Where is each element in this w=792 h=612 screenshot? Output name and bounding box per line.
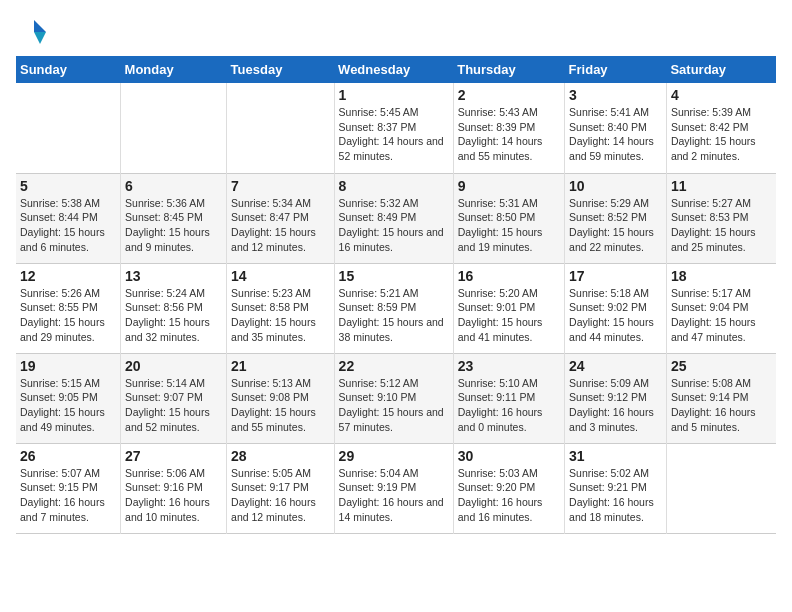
calendar-cell bbox=[121, 83, 227, 173]
day-info: Sunrise: 5:31 AM Sunset: 8:50 PM Dayligh… bbox=[458, 196, 560, 255]
calendar-table: SundayMondayTuesdayWednesdayThursdayFrid… bbox=[16, 56, 776, 534]
calendar-cell: 23Sunrise: 5:10 AM Sunset: 9:11 PM Dayli… bbox=[453, 353, 564, 443]
calendar-week-row: 5Sunrise: 5:38 AM Sunset: 8:44 PM Daylig… bbox=[16, 173, 776, 263]
day-number: 21 bbox=[231, 358, 330, 374]
day-info: Sunrise: 5:08 AM Sunset: 9:14 PM Dayligh… bbox=[671, 376, 772, 435]
calendar-header-row: SundayMondayTuesdayWednesdayThursdayFrid… bbox=[16, 56, 776, 83]
day-info: Sunrise: 5:27 AM Sunset: 8:53 PM Dayligh… bbox=[671, 196, 772, 255]
day-info: Sunrise: 5:07 AM Sunset: 9:15 PM Dayligh… bbox=[20, 466, 116, 525]
header-tuesday: Tuesday bbox=[227, 56, 335, 83]
day-info: Sunrise: 5:32 AM Sunset: 8:49 PM Dayligh… bbox=[339, 196, 449, 255]
day-number: 10 bbox=[569, 178, 662, 194]
calendar-cell bbox=[227, 83, 335, 173]
day-number: 5 bbox=[20, 178, 116, 194]
day-number: 12 bbox=[20, 268, 116, 284]
day-info: Sunrise: 5:36 AM Sunset: 8:45 PM Dayligh… bbox=[125, 196, 222, 255]
day-info: Sunrise: 5:45 AM Sunset: 8:37 PM Dayligh… bbox=[339, 105, 449, 164]
calendar-cell: 14Sunrise: 5:23 AM Sunset: 8:58 PM Dayli… bbox=[227, 263, 335, 353]
calendar-cell: 25Sunrise: 5:08 AM Sunset: 9:14 PM Dayli… bbox=[666, 353, 776, 443]
day-info: Sunrise: 5:12 AM Sunset: 9:10 PM Dayligh… bbox=[339, 376, 449, 435]
header-sunday: Sunday bbox=[16, 56, 121, 83]
calendar-cell: 7Sunrise: 5:34 AM Sunset: 8:47 PM Daylig… bbox=[227, 173, 335, 263]
day-info: Sunrise: 5:34 AM Sunset: 8:47 PM Dayligh… bbox=[231, 196, 330, 255]
svg-marker-1 bbox=[34, 32, 46, 44]
day-number: 17 bbox=[569, 268, 662, 284]
day-number: 25 bbox=[671, 358, 772, 374]
calendar-cell: 19Sunrise: 5:15 AM Sunset: 9:05 PM Dayli… bbox=[16, 353, 121, 443]
day-number: 4 bbox=[671, 87, 772, 103]
day-info: Sunrise: 5:20 AM Sunset: 9:01 PM Dayligh… bbox=[458, 286, 560, 345]
logo bbox=[16, 16, 52, 48]
day-info: Sunrise: 5:29 AM Sunset: 8:52 PM Dayligh… bbox=[569, 196, 662, 255]
day-info: Sunrise: 5:09 AM Sunset: 9:12 PM Dayligh… bbox=[569, 376, 662, 435]
calendar-cell: 20Sunrise: 5:14 AM Sunset: 9:07 PM Dayli… bbox=[121, 353, 227, 443]
day-info: Sunrise: 5:17 AM Sunset: 9:04 PM Dayligh… bbox=[671, 286, 772, 345]
day-info: Sunrise: 5:39 AM Sunset: 8:42 PM Dayligh… bbox=[671, 105, 772, 164]
calendar-cell: 22Sunrise: 5:12 AM Sunset: 9:10 PM Dayli… bbox=[334, 353, 453, 443]
day-number: 28 bbox=[231, 448, 330, 464]
logo-icon bbox=[16, 16, 48, 48]
calendar-cell: 10Sunrise: 5:29 AM Sunset: 8:52 PM Dayli… bbox=[565, 173, 667, 263]
day-number: 15 bbox=[339, 268, 449, 284]
day-number: 13 bbox=[125, 268, 222, 284]
calendar-cell: 4Sunrise: 5:39 AM Sunset: 8:42 PM Daylig… bbox=[666, 83, 776, 173]
calendar-cell: 2Sunrise: 5:43 AM Sunset: 8:39 PM Daylig… bbox=[453, 83, 564, 173]
calendar-cell: 6Sunrise: 5:36 AM Sunset: 8:45 PM Daylig… bbox=[121, 173, 227, 263]
day-number: 11 bbox=[671, 178, 772, 194]
day-number: 27 bbox=[125, 448, 222, 464]
page-header bbox=[16, 16, 776, 48]
day-info: Sunrise: 5:15 AM Sunset: 9:05 PM Dayligh… bbox=[20, 376, 116, 435]
calendar-cell bbox=[16, 83, 121, 173]
calendar-cell: 18Sunrise: 5:17 AM Sunset: 9:04 PM Dayli… bbox=[666, 263, 776, 353]
day-number: 3 bbox=[569, 87, 662, 103]
day-number: 8 bbox=[339, 178, 449, 194]
calendar-cell: 28Sunrise: 5:05 AM Sunset: 9:17 PM Dayli… bbox=[227, 443, 335, 533]
day-number: 14 bbox=[231, 268, 330, 284]
calendar-cell: 24Sunrise: 5:09 AM Sunset: 9:12 PM Dayli… bbox=[565, 353, 667, 443]
day-info: Sunrise: 5:04 AM Sunset: 9:19 PM Dayligh… bbox=[339, 466, 449, 525]
header-thursday: Thursday bbox=[453, 56, 564, 83]
calendar-cell: 11Sunrise: 5:27 AM Sunset: 8:53 PM Dayli… bbox=[666, 173, 776, 263]
header-saturday: Saturday bbox=[666, 56, 776, 83]
calendar-cell: 27Sunrise: 5:06 AM Sunset: 9:16 PM Dayli… bbox=[121, 443, 227, 533]
day-number: 6 bbox=[125, 178, 222, 194]
calendar-cell: 13Sunrise: 5:24 AM Sunset: 8:56 PM Dayli… bbox=[121, 263, 227, 353]
day-number: 16 bbox=[458, 268, 560, 284]
calendar-cell: 16Sunrise: 5:20 AM Sunset: 9:01 PM Dayli… bbox=[453, 263, 564, 353]
calendar-cell: 26Sunrise: 5:07 AM Sunset: 9:15 PM Dayli… bbox=[16, 443, 121, 533]
day-number: 9 bbox=[458, 178, 560, 194]
day-number: 31 bbox=[569, 448, 662, 464]
day-info: Sunrise: 5:23 AM Sunset: 8:58 PM Dayligh… bbox=[231, 286, 330, 345]
calendar-cell: 12Sunrise: 5:26 AM Sunset: 8:55 PM Dayli… bbox=[16, 263, 121, 353]
day-info: Sunrise: 5:24 AM Sunset: 8:56 PM Dayligh… bbox=[125, 286, 222, 345]
day-info: Sunrise: 5:05 AM Sunset: 9:17 PM Dayligh… bbox=[231, 466, 330, 525]
day-info: Sunrise: 5:02 AM Sunset: 9:21 PM Dayligh… bbox=[569, 466, 662, 525]
day-number: 19 bbox=[20, 358, 116, 374]
calendar-cell: 1Sunrise: 5:45 AM Sunset: 8:37 PM Daylig… bbox=[334, 83, 453, 173]
day-number: 30 bbox=[458, 448, 560, 464]
calendar-cell: 29Sunrise: 5:04 AM Sunset: 9:19 PM Dayli… bbox=[334, 443, 453, 533]
svg-marker-0 bbox=[34, 20, 46, 32]
day-info: Sunrise: 5:26 AM Sunset: 8:55 PM Dayligh… bbox=[20, 286, 116, 345]
day-number: 29 bbox=[339, 448, 449, 464]
day-number: 1 bbox=[339, 87, 449, 103]
calendar-cell: 5Sunrise: 5:38 AM Sunset: 8:44 PM Daylig… bbox=[16, 173, 121, 263]
day-number: 26 bbox=[20, 448, 116, 464]
day-number: 18 bbox=[671, 268, 772, 284]
calendar-cell: 15Sunrise: 5:21 AM Sunset: 8:59 PM Dayli… bbox=[334, 263, 453, 353]
day-number: 20 bbox=[125, 358, 222, 374]
day-info: Sunrise: 5:18 AM Sunset: 9:02 PM Dayligh… bbox=[569, 286, 662, 345]
day-number: 2 bbox=[458, 87, 560, 103]
day-info: Sunrise: 5:13 AM Sunset: 9:08 PM Dayligh… bbox=[231, 376, 330, 435]
header-monday: Monday bbox=[121, 56, 227, 83]
calendar-cell: 8Sunrise: 5:32 AM Sunset: 8:49 PM Daylig… bbox=[334, 173, 453, 263]
day-info: Sunrise: 5:03 AM Sunset: 9:20 PM Dayligh… bbox=[458, 466, 560, 525]
day-info: Sunrise: 5:21 AM Sunset: 8:59 PM Dayligh… bbox=[339, 286, 449, 345]
day-info: Sunrise: 5:06 AM Sunset: 9:16 PM Dayligh… bbox=[125, 466, 222, 525]
day-number: 7 bbox=[231, 178, 330, 194]
calendar-week-row: 19Sunrise: 5:15 AM Sunset: 9:05 PM Dayli… bbox=[16, 353, 776, 443]
day-number: 23 bbox=[458, 358, 560, 374]
day-info: Sunrise: 5:14 AM Sunset: 9:07 PM Dayligh… bbox=[125, 376, 222, 435]
calendar-cell: 3Sunrise: 5:41 AM Sunset: 8:40 PM Daylig… bbox=[565, 83, 667, 173]
day-info: Sunrise: 5:10 AM Sunset: 9:11 PM Dayligh… bbox=[458, 376, 560, 435]
